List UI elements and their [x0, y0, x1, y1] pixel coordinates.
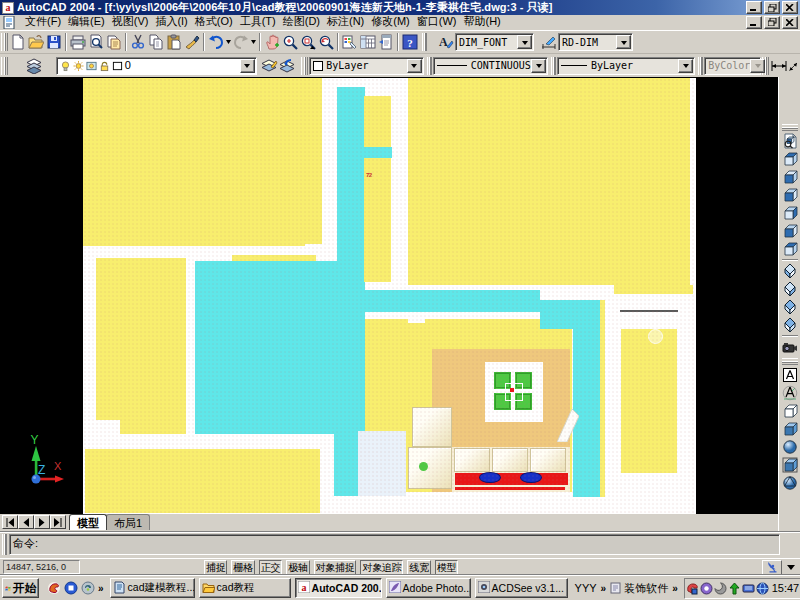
menu-窗口W[interactable]: 窗口(W) [413, 13, 460, 31]
toolbar-grip[interactable] [422, 33, 427, 51]
hidden-button[interactable] [780, 402, 800, 420]
gouraud-shaded-button[interactable] [780, 438, 800, 456]
tray-phone-icon[interactable] [686, 582, 699, 595]
plot-button[interactable] [69, 32, 87, 52]
quicklaunch-chevron[interactable]: » [96, 583, 106, 594]
dim-aligned-icon[interactable] [788, 56, 800, 76]
view-sw-iso-button[interactable] [780, 262, 800, 280]
layers-dialog-icon[interactable] [26, 56, 44, 76]
menu-编辑E[interactable]: 编辑(E) [64, 13, 108, 31]
gouraud-shaded-edges-button[interactable] [780, 474, 800, 492]
tab-prev-button[interactable] [18, 515, 34, 529]
tray-swirl-icon[interactable] [714, 582, 727, 595]
view-nw-iso-button[interactable] [780, 316, 800, 334]
properties-button[interactable] [341, 32, 359, 52]
tray-kbd-icon[interactable] [742, 582, 755, 595]
designcenter-button[interactable] [359, 32, 377, 52]
dim-style-icon[interactable] [540, 32, 558, 52]
flat-shaded-button[interactable] [780, 420, 800, 438]
plotstyle-combo[interactable]: ByColor [704, 57, 761, 75]
dock-toolbar-grip[interactable] [782, 124, 798, 131]
view-se-iso-button[interactable] [780, 280, 800, 298]
menu-视图V[interactable]: 视图(V) [108, 13, 152, 31]
layer-combo[interactable]: 0 [56, 57, 257, 75]
mdi-close-button[interactable] [782, 16, 798, 29]
toggle-捕捉[interactable]: 捕捉 [204, 560, 227, 575]
lineweight-dropdown[interactable] [678, 59, 693, 73]
ql-blue-icon[interactable] [64, 581, 78, 595]
task-Adobe Photo[interactable]: Adobe Photo... [386, 578, 471, 598]
toolbar-grip[interactable] [698, 57, 703, 75]
matchprops-button[interactable] [183, 32, 201, 52]
menu-修改M[interactable]: 修改(M) [367, 13, 413, 31]
toolbar-grip[interactable] [301, 57, 308, 75]
toggle-极轴[interactable]: 极轴 [286, 560, 309, 575]
toggle-对象追踪[interactable]: 对象追踪 [360, 560, 403, 575]
task-cad教程[interactable]: cad教程 [199, 578, 291, 598]
menu-帮助H[interactable]: 帮助(H) [460, 13, 504, 31]
publish-button[interactable] [105, 32, 123, 52]
band-label-zhuangshi[interactable]: 装饰软件 [624, 581, 668, 596]
view-ne-iso-button[interactable] [780, 298, 800, 316]
copy-button[interactable] [147, 32, 165, 52]
undo-button[interactable] [207, 32, 225, 52]
band-chevron[interactable]: » [599, 583, 609, 594]
layer-previous-icon[interactable] [278, 56, 296, 76]
menu-工具T[interactable]: 工具(T) [236, 13, 279, 31]
zoom-previous-button[interactable] [317, 32, 335, 52]
menu-插入I[interactable]: 插入(I) [151, 13, 190, 31]
drawing-file-icon[interactable] [3, 16, 16, 29]
save-button[interactable] [45, 32, 63, 52]
new-button[interactable] [9, 32, 27, 52]
band-chevron[interactable]: » [670, 583, 680, 594]
make-layer-current-icon[interactable] [261, 56, 279, 76]
command-line[interactable]: 命令: [9, 534, 780, 555]
restore-button[interactable] [764, 1, 780, 14]
text-style-dropdown[interactable] [517, 35, 532, 49]
linetype-dropdown[interactable] [531, 59, 546, 73]
wireframe-3d-button[interactable] [780, 384, 800, 402]
menu-标注N[interactable]: 标注(N) [323, 13, 367, 31]
view-left-button[interactable] [780, 186, 800, 204]
tab-布局1[interactable]: 布局1 [106, 514, 150, 530]
status-menu-arrow[interactable] [787, 565, 795, 574]
ql-teal-icon[interactable] [81, 581, 95, 595]
task-AutoCAD 200[interactable]: aAutoCAD 200... [295, 578, 382, 598]
color-dropdown[interactable] [407, 59, 422, 73]
toolbar-grip[interactable] [1, 33, 8, 51]
toolbar-grip[interactable] [1, 57, 8, 75]
task-ACDSee v3.1[interactable]: ACDSee v3.1... [475, 578, 568, 598]
toggle-正交[interactable]: 正交 [259, 560, 282, 575]
floor-plan[interactable]: 72 [83, 78, 696, 514]
drawing-area[interactable]: 72 Y Z X [0, 77, 778, 514]
close-button[interactable] [782, 1, 798, 14]
tab-next-button[interactable] [34, 515, 50, 529]
minimize-button[interactable] [746, 1, 762, 14]
menu-格式O[interactable]: 格式(O) [191, 13, 236, 31]
band-label-yyy[interactable]: YYY [575, 582, 597, 594]
help-button[interactable]: ? [401, 32, 419, 52]
communication-center-button[interactable] [762, 560, 782, 575]
command-grip[interactable] [2, 534, 7, 555]
pan-button[interactable] [263, 32, 281, 52]
tray-green-icon[interactable] [728, 582, 741, 595]
layer-state-vpfreeze-icon[interactable] [86, 60, 98, 72]
layer-state-bulb-icon[interactable] [60, 60, 72, 72]
toggle-对象捕捉[interactable]: 对象捕捉 [314, 560, 357, 575]
toggle-模型[interactable]: 模型 [435, 560, 458, 575]
dropdown-arrow[interactable] [250, 32, 257, 52]
text-style-combo[interactable]: DIM_FONT [455, 33, 534, 51]
menu-绘图D[interactable]: 绘图(D) [279, 13, 323, 31]
tab-last-button[interactable] [50, 515, 66, 529]
dim-style-dropdown[interactable] [616, 35, 631, 49]
tray-msg-icon[interactable] [700, 582, 713, 595]
named-views-button[interactable] [780, 132, 800, 150]
toolbar-grip[interactable] [551, 57, 556, 75]
dock-toolbar-grip[interactable] [782, 358, 798, 365]
linetype-combo[interactable]: CONTINUOUS [433, 57, 548, 75]
view-bottom-button[interactable] [780, 168, 800, 186]
tab-模型[interactable]: 模型 [69, 514, 107, 530]
cut-button[interactable] [129, 32, 147, 52]
open-button[interactable] [27, 32, 45, 52]
mdi-minimize-button[interactable] [746, 16, 762, 29]
